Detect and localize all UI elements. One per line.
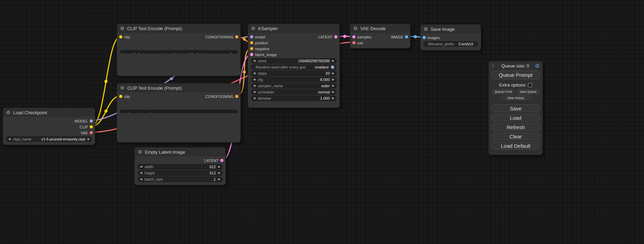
decrement-icon[interactable]: ◀ [140, 165, 142, 168]
extra-options-checkbox[interactable] [528, 83, 532, 87]
node-title-bar[interactable]: CLIP Text Encode (Prompt) [117, 83, 240, 92]
node-empty-latent-image[interactable]: Empty Latent Image LATENT ◀ width 512 ▶ … [134, 147, 226, 185]
decrement-icon[interactable]: ◀ [140, 172, 142, 174]
output-dot-conditioning[interactable] [235, 95, 238, 98]
filename-prefix-widget[interactable]: filename_prefix ComfyUI [423, 41, 478, 47]
widget-label: denoise [258, 96, 271, 100]
refresh-button[interactable]: Refresh [492, 123, 540, 131]
output-slot-model: MODEL [3, 118, 95, 124]
collapse-dot[interactable] [121, 86, 124, 90]
ckpt-name-widget[interactable]: ◀ ckpt_name v1-5-pruned-emaonly.ckpt ▶ [6, 136, 92, 142]
comfyui-canvas[interactable]: { "icons": { "left_arrow": "◀", "right_a… [0, 0, 644, 244]
settings-gear-icon[interactable]: ⚙ [535, 63, 540, 69]
output-dot-clip[interactable] [90, 125, 93, 128]
steps-widget[interactable]: ◀ steps 20 ▶ [251, 71, 337, 76]
increment-icon[interactable]: ▶ [218, 165, 220, 168]
node-title: Load Checkpoint [13, 110, 47, 115]
node-title-bar[interactable]: Load Checkpoint [3, 108, 95, 117]
decrement-icon[interactable]: ◀ [8, 138, 10, 141]
decrement-icon[interactable]: ◀ [253, 78, 255, 81]
input-slot-positive: positive [248, 40, 339, 46]
toggle-dot[interactable] [331, 65, 334, 69]
queue-front-button[interactable]: Queue Front [492, 89, 515, 94]
output-dot-model[interactable] [90, 119, 93, 123]
node-title-bar[interactable]: Empty Latent Image [135, 147, 226, 156]
collapse-dot[interactable] [424, 27, 427, 31]
sampler-name-widget[interactable]: ◀ sampler_name euler ▶ [251, 83, 337, 89]
batch-size-widget[interactable]: ◀ batch_size 1 ▶ [138, 177, 223, 182]
increment-icon[interactable]: ▶ [332, 60, 334, 62]
decrement-icon[interactable]: ◀ [253, 60, 255, 62]
slot-label: VAE [81, 131, 88, 135]
input-dot-model[interactable] [250, 35, 253, 38]
collapse-dot[interactable] [7, 111, 10, 114]
output-dot-latent[interactable] [220, 159, 223, 162]
node-vae-decode[interactable]: VAE Decode samples IMAGE vae [350, 24, 411, 48]
collapse-dot[interactable] [252, 27, 255, 30]
decrement-icon[interactable]: ◀ [140, 178, 142, 181]
increment-icon[interactable]: ▶ [332, 84, 334, 87]
queue-prompt-button[interactable]: Queue Prompt [492, 71, 540, 79]
collapse-dot[interactable] [121, 27, 124, 30]
input-dot-vae[interactable] [352, 41, 355, 44]
cfg-widget[interactable]: ◀ cfg 8.000 ▶ [251, 77, 337, 82]
increment-icon[interactable]: ▶ [332, 91, 334, 93]
increment-icon[interactable]: ▶ [332, 97, 334, 100]
decrement-icon[interactable]: ◀ [253, 97, 255, 100]
view-queue-button[interactable]: View Queue [517, 89, 540, 94]
output-dot-vae[interactable] [90, 131, 93, 134]
input-dot-clip[interactable] [119, 95, 122, 98]
queue-menu-panel: ⣿ Queue size: 0 ⚙ Queue Prompt Extra opt… [488, 61, 543, 155]
increment-icon[interactable]: ▶ [218, 178, 220, 181]
prompt-textarea[interactable]: text, watermark [120, 110, 238, 113]
prompt-textarea[interactable]: beautiful scenery nature glass bottle la… [120, 50, 238, 54]
slot-row: samples IMAGE [350, 34, 410, 40]
output-dot-latent[interactable] [334, 35, 337, 38]
node-clip-text-encode-negative[interactable]: CLIP Text Encode (Prompt) clip CONDITION… [117, 83, 241, 143]
output-dot-image[interactable] [405, 35, 408, 38]
input-dot-negative[interactable] [250, 47, 253, 50]
node-title: Save Image [431, 27, 455, 32]
input-dot-samples[interactable] [352, 35, 355, 38]
input-slot-latent-image: latent_image [248, 52, 339, 57]
node-title-bar[interactable]: KSampler [248, 24, 339, 33]
widget-label: filename_prefix [428, 42, 454, 46]
slot-label: positive [255, 41, 268, 45]
node-title-bar[interactable]: CLIP Text Encode (Prompt) [117, 24, 240, 33]
output-dot-conditioning[interactable] [235, 35, 238, 38]
node-ksampler[interactable]: KSampler model LATENT positive negative … [248, 24, 340, 108]
denoise-widget[interactable]: ◀ denoise 1.000 ▶ [251, 96, 337, 101]
widget-value: normal [318, 90, 330, 94]
collapse-dot[interactable] [354, 27, 357, 30]
collapse-dot[interactable] [138, 150, 142, 154]
output-slot-clip: CLIP [3, 124, 95, 130]
node-load-checkpoint[interactable]: Load Checkpoint MODEL CLIP VAE ◀ ckpt_na… [3, 108, 95, 145]
clear-button[interactable]: Clear [492, 133, 540, 140]
seed-widget[interactable]: ◀ seed 156680208700286 ▶ [251, 58, 337, 64]
scheduler-widget[interactable]: ◀ scheduler normal ▶ [251, 89, 337, 95]
view-history-button[interactable]: View History [501, 96, 531, 100]
save-button[interactable]: Save [492, 105, 540, 112]
increment-icon[interactable]: ▶ [332, 78, 334, 81]
increment-icon[interactable]: ▶ [218, 172, 220, 174]
load-default-button[interactable]: Load Default [492, 142, 540, 150]
node-save-image[interactable]: Save Image images filename_prefix ComfyU… [420, 24, 481, 51]
load-button[interactable]: Load [492, 114, 540, 121]
slot-label: IMAGE [391, 35, 403, 39]
increment-icon[interactable]: ▶ [88, 138, 90, 141]
height-widget[interactable]: ◀ height 512 ▶ [138, 170, 223, 176]
drag-handle-icon[interactable]: ⣿ [492, 64, 494, 68]
increment-icon[interactable]: ▶ [332, 72, 334, 75]
node-clip-text-encode-positive[interactable]: CLIP Text Encode (Prompt) clip CONDITION… [117, 24, 241, 76]
input-dot-latent-image[interactable] [250, 53, 253, 56]
decrement-icon[interactable]: ◀ [253, 91, 255, 93]
node-title-bar[interactable]: Save Image [421, 25, 481, 34]
node-title-bar[interactable]: VAE Decode [350, 24, 410, 33]
width-widget[interactable]: ◀ width 512 ▶ [138, 164, 223, 170]
decrement-icon[interactable]: ◀ [253, 72, 255, 75]
input-dot-images[interactable] [423, 36, 426, 39]
input-dot-positive[interactable] [250, 41, 253, 44]
random-seed-toggle-widget[interactable]: Random seed after every gen enabled [251, 64, 337, 70]
input-dot-clip[interactable] [119, 35, 122, 38]
decrement-icon[interactable]: ◀ [253, 84, 255, 87]
